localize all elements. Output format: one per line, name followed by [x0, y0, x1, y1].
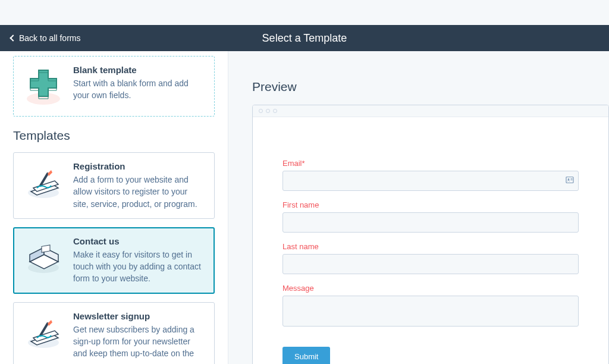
field-lastname: Last name [282, 242, 579, 274]
label-lastname: Last name [282, 242, 579, 251]
blank-template-desc: Start with a blank form and add your own… [73, 77, 205, 102]
label-message: Message [282, 284, 579, 293]
template-card-contact-us[interactable]: Contact us Make it easy for visitors to … [13, 227, 215, 294]
input-firstname[interactable] [282, 212, 579, 233]
newsletter-icon [22, 311, 65, 354]
svg-marker-6 [48, 170, 52, 176]
window-dot-icon [259, 109, 263, 113]
preview-pane: Preview Email* First [228, 51, 609, 364]
blank-template-icon [22, 65, 65, 108]
input-lastname[interactable] [282, 254, 579, 274]
submit-button[interactable]: Submit [282, 347, 330, 364]
label-email: Email* [282, 159, 579, 168]
chevron-left-icon [10, 34, 16, 41]
field-message: Message [282, 284, 579, 329]
template-card-registration[interactable]: Registration Add a form to your website … [13, 152, 215, 219]
template-title: Newsletter signup [73, 311, 205, 321]
templates-section-title: Templates [13, 128, 215, 143]
svg-point-17 [568, 178, 570, 180]
blank-template-title: Blank template [73, 65, 205, 75]
template-card-newsletter[interactable]: Newsletter signup Get new subscribers by… [13, 302, 215, 364]
field-email: Email* [282, 159, 579, 191]
window-dot-icon [273, 109, 277, 113]
registration-icon [22, 161, 65, 204]
input-message[interactable] [282, 296, 579, 327]
back-label: Back to all forms [19, 33, 80, 43]
svg-rect-11 [42, 245, 50, 252]
preview-title: Preview [252, 80, 609, 94]
back-to-forms-link[interactable]: Back to all forms [0, 33, 80, 43]
main-layout: Blank template Start with a blank form a… [0, 51, 609, 364]
blank-template-card[interactable]: Blank template Start with a blank form a… [13, 56, 215, 117]
label-firstname: First name [282, 200, 579, 209]
contact-card-icon [566, 176, 574, 186]
template-title: Registration [73, 161, 205, 171]
template-desc: Get new subscribers by adding a sign-up … [73, 324, 205, 360]
contact-us-icon [22, 236, 65, 279]
template-desc: Add a form to your website and allow vis… [73, 174, 205, 210]
template-title: Contact us [73, 236, 205, 246]
template-list-pane: Blank template Start with a blank form a… [0, 51, 228, 364]
page-title: Select a Template [262, 32, 347, 45]
browser-bar [253, 105, 608, 117]
form-preview: Email* First name Last name [253, 117, 608, 364]
input-email[interactable] [282, 171, 579, 191]
svg-marker-15 [48, 320, 52, 326]
header-bar: Back to all forms Select a Template [0, 25, 609, 51]
field-firstname: First name [282, 200, 579, 233]
preview-browser-frame: Email* First name Last name [252, 105, 609, 364]
template-desc: Make it easy for visitors to get in touc… [73, 249, 205, 285]
top-spacer [0, 0, 609, 25]
svg-marker-1 [30, 70, 56, 96]
window-dot-icon [266, 109, 270, 113]
